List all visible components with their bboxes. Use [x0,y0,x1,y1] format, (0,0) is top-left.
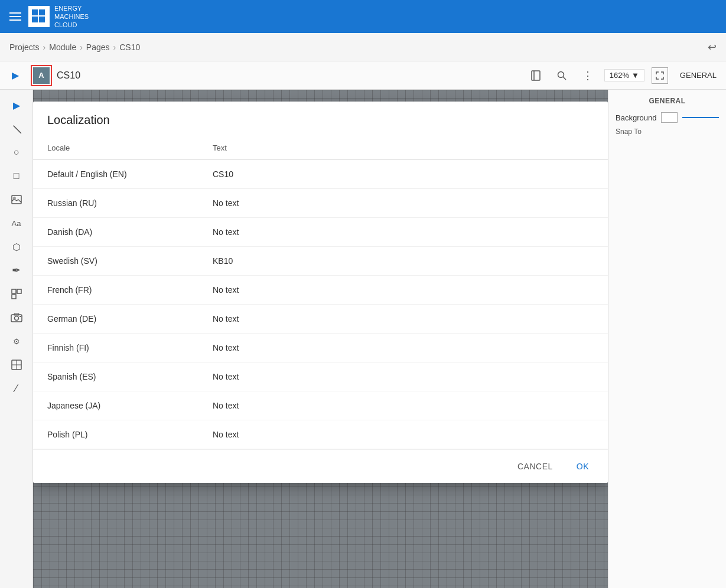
general-panel-label: GENERAL [675,71,721,80]
breadcrumb-pages[interactable]: Pages [86,43,110,52]
canvas-area: Localization Locale Text Default / Engli… [33,90,608,588]
page-title: CS10 [57,70,80,81]
zoom-dropdown-icon: ▼ [631,71,639,80]
locale-cell: Finnish (FI) [33,334,198,362]
locale-cell: German (DE) [33,305,198,334]
table-row: Polish (PL)No text [33,420,608,449]
cancel-button[interactable]: CANCEL [508,457,562,476]
more-options-icon[interactable]: ⋮ [578,66,597,85]
logo-area: ENERGY MACHINES CLOUD [28,4,89,30]
svg-rect-2 [32,17,38,22]
dialog-title: Localization [47,113,110,126]
table-row: Russian (RU)No text [33,189,608,218]
tool-pen[interactable]: ✒ [6,260,27,281]
background-row: Background [616,112,719,123]
text-cell[interactable]: No text [198,334,608,362]
tool-box[interactable] [6,354,27,375]
svg-rect-10 [12,289,16,293]
svg-point-14 [14,316,18,321]
toolbar-left: ▶ A CS10 [5,65,522,86]
breadcrumb-projects[interactable]: Projects [9,43,40,52]
tool-pointer[interactable]: ▶ [6,94,27,116]
right-panel-title: GENERAL [616,97,719,105]
breadcrumb-module[interactable]: Module [49,43,76,52]
svg-point-6 [558,71,564,77]
dialog-overlay: Localization Locale Text Default / Engli… [33,90,608,588]
translate-icon: A [33,67,50,84]
search-icon[interactable] [552,66,571,85]
tool-shape[interactable]: ⬡ [6,236,27,257]
table-row: Danish (DA)No text [33,218,608,247]
locale-cell: Spanish (ES) [33,362,198,391]
zoom-control[interactable]: 162% ▼ [604,69,644,81]
logo-icon [28,6,50,27]
locale-cell: French (FR) [33,276,198,305]
breadcrumb-cs10[interactable]: CS10 [119,43,140,52]
svg-rect-12 [12,295,16,299]
table-row: French (FR)No text [33,276,608,305]
svg-rect-11 [17,289,21,293]
svg-rect-4 [532,71,540,80]
svg-point-9 [14,197,15,199]
tool-camera[interactable] [6,307,27,328]
tool-blade[interactable]: ∕ [6,378,27,399]
text-cell[interactable]: No text [198,218,608,247]
dialog-footer: CANCEL OK [33,449,608,483]
right-panel: GENERAL Background Snap To [608,90,726,588]
table-header-row: Locale Text [33,136,608,160]
table-row: Finnish (FI)No text [33,334,608,362]
tool-circle[interactable]: ○ [6,142,27,163]
svg-rect-16 [19,316,21,317]
text-cell[interactable]: No text [198,305,608,334]
book-icon[interactable] [526,66,545,85]
col-locale: Locale [33,136,198,160]
tool-rectangle[interactable]: □ [6,165,27,187]
dialog-header: Localization [33,102,608,136]
zoom-level-label: 162% [610,71,629,80]
back-button[interactable]: ↩ [708,41,717,54]
ok-button[interactable]: OK [567,457,598,476]
svg-rect-1 [39,9,45,15]
svg-line-7 [563,77,566,80]
toolbar-right: ⋮ 162% ▼ GENERAL [526,66,721,85]
background-color-swatch[interactable] [661,112,678,123]
toolbar: ▶ A CS10 ⋮ 162% ▼ [0,61,726,90]
text-cell[interactable]: No text [198,276,608,305]
text-cell[interactable]: No text [198,189,608,218]
breadcrumb-bar: Projects › Module › Pages › CS10 ↩ [0,33,726,61]
text-cell[interactable]: KB10 [198,247,608,276]
localization-table: Locale Text Default / English (EN)CS10Ru… [33,136,608,449]
tool-connector[interactable]: ⚙ [6,331,27,352]
background-label: Background [616,113,656,122]
translate-button[interactable]: A [31,65,52,86]
locale-cell: Danish (DA) [33,218,198,247]
locale-cell: Swedish (SV) [33,247,198,276]
table-row: Default / English (EN)CS10 [33,160,608,189]
table-row: Spanish (ES)No text [33,362,608,391]
svg-rect-0 [32,9,38,15]
text-cell[interactable]: No text [198,420,608,449]
menu-button[interactable] [9,12,21,21]
text-cell[interactable]: No text [198,362,608,391]
locale-cell: Russian (RU) [33,189,198,218]
svg-rect-3 [39,17,45,22]
table-row: Japanese (JA)No text [33,391,608,420]
table-row: German (DE)No text [33,305,608,334]
locale-cell: Default / English (EN) [33,160,198,189]
tool-widget[interactable] [6,283,27,305]
left-sidebar: ▶ | ○ □ Aa ⬡ ✒ [0,90,33,588]
tool-line[interactable]: | [1,114,31,144]
tool-image[interactable] [6,189,27,210]
logo-text: ENERGY MACHINES CLOUD [54,4,89,30]
tool-text[interactable]: Aa [6,213,27,234]
locale-cell: Polish (PL) [33,420,198,449]
pointer-tool[interactable]: ▶ [5,65,26,86]
col-text: Text [198,136,608,160]
background-line [682,117,719,118]
main-area: ▶ | ○ □ Aa ⬡ ✒ [0,90,726,588]
dialog-body[interactable]: Locale Text Default / English (EN)CS10Ru… [33,136,608,449]
locale-cell: Japanese (JA) [33,391,198,420]
text-cell[interactable]: CS10 [198,160,608,189]
fullscreen-button[interactable] [652,67,668,84]
text-cell[interactable]: No text [198,391,608,420]
